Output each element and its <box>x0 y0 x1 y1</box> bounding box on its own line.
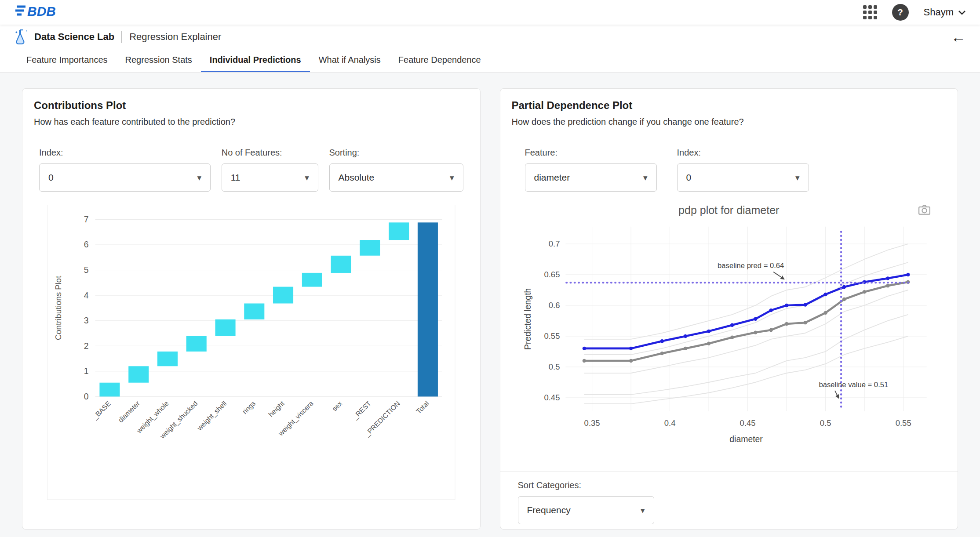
contributions-header: Contributions Plot How has each feature … <box>22 89 480 136</box>
svg-text:1: 1 <box>84 366 89 376</box>
svg-text:diameter: diameter <box>729 434 763 444</box>
svg-text:2: 2 <box>84 341 89 351</box>
user-name: Shaym <box>924 7 954 18</box>
top-navbar: BDB ? Shaym <box>0 0 980 25</box>
select-value: diameter <box>534 172 570 183</box>
index-select[interactable]: 0 ▾ <box>39 163 211 192</box>
svg-text:Predicted length: Predicted length <box>522 288 532 350</box>
tab-what-if-analysis[interactable]: What if Analysis <box>310 49 390 72</box>
page-title: Regression Explainer <box>129 31 221 43</box>
control-label: Sort Categories: <box>518 480 654 490</box>
control-label: Index: <box>677 148 809 158</box>
svg-text:Contributions Plot: Contributions Plot <box>54 276 63 340</box>
app-header: Data Science Lab Regression Explainer ← <box>0 25 980 49</box>
bdb-logo[interactable]: BDB <box>14 3 80 22</box>
svg-text:4: 4 <box>84 290 89 300</box>
camera-icon[interactable] <box>918 205 930 217</box>
svg-text:baseline value = 0.51: baseline value = 0.51 <box>819 381 888 389</box>
svg-text:BDB: BDB <box>27 4 56 18</box>
pdp-header: Partial Dependence Plot How does the pre… <box>500 89 958 136</box>
svg-text:baseline pred = 0.64: baseline pred = 0.64 <box>718 261 784 270</box>
svg-text:7: 7 <box>84 214 89 224</box>
chevron-down-icon: ▾ <box>795 173 800 183</box>
chevron-down-icon <box>958 10 966 15</box>
num-features-select[interactable]: 11 ▾ <box>222 163 318 192</box>
pdp-panel: Partial Dependence Plot How does the pre… <box>500 88 958 530</box>
chevron-down-icon: ▾ <box>643 173 648 183</box>
feature-select[interactable]: diameter ▾ <box>525 163 657 192</box>
pdp-index-select[interactable]: 0 ▾ <box>677 163 809 192</box>
sort-categories-section: Sort Categories: Frequency ▾ <box>500 471 958 530</box>
tab-individual-predictions[interactable]: Individual Predictions <box>201 49 310 72</box>
panel-title: Contributions Plot <box>34 99 469 112</box>
tab-feature-dependence[interactable]: Feature Dependence <box>390 49 490 72</box>
num-features-control: No of Features: 11 ▾ <box>222 148 318 192</box>
index-control: Index: 0 ▾ <box>39 148 211 192</box>
panel-subtitle: How does the prediction change if you ch… <box>512 117 947 127</box>
pdp-title-row: pdp plot for diameter <box>500 204 958 217</box>
contributions-panel: Contributions Plot How has each feature … <box>22 88 481 530</box>
user-menu[interactable]: Shaym <box>924 7 966 18</box>
panel-title: Partial Dependence Plot <box>512 99 947 112</box>
svg-text:0.45: 0.45 <box>740 418 755 428</box>
apps-grid-icon[interactable] <box>863 5 877 19</box>
tab-feature-importances[interactable]: Feature Importances <box>18 49 117 72</box>
svg-text:0: 0 <box>84 392 89 401</box>
select-value: Absolute <box>339 172 375 183</box>
svg-text:3: 3 <box>84 316 89 325</box>
pdp-line-chart[interactable]: 0.450.50.550.60.650.70.350.40.450.50.55b… <box>514 220 945 464</box>
back-button[interactable]: ← <box>951 29 966 44</box>
svg-text:0.35: 0.35 <box>584 418 600 428</box>
chart-title: pdp plot for diameter <box>678 204 779 217</box>
svg-text:0.45: 0.45 <box>544 393 560 402</box>
contributions-controls: Index: 0 ▾ No of Features: 11 ▾ Sorting:… <box>22 136 480 195</box>
tab-regression-stats[interactable]: Regression Stats <box>117 49 201 72</box>
chevron-down-icon: ▾ <box>450 173 454 183</box>
chevron-down-icon: ▾ <box>197 173 201 183</box>
control-label: Index: <box>39 148 211 158</box>
feature-control: Feature: diameter ▾ <box>525 148 657 192</box>
panel-subtitle: How has each feature contributed to the … <box>34 117 469 127</box>
sorting-select[interactable]: Absolute ▾ <box>329 163 463 192</box>
divider <box>121 31 122 43</box>
svg-text:0.55: 0.55 <box>544 331 560 341</box>
svg-text:0.4: 0.4 <box>664 418 675 428</box>
svg-text:0.6: 0.6 <box>548 301 560 310</box>
data-science-lab-icon <box>14 29 29 45</box>
sort-categories-select[interactable]: Frequency ▾ <box>518 496 654 524</box>
main-content: Contributions Plot How has each feature … <box>0 73 980 530</box>
svg-text:0.55: 0.55 <box>895 418 911 428</box>
svg-text:0.7: 0.7 <box>548 239 560 248</box>
pdp-controls: Feature: diameter ▾ Index: 0 ▾ <box>500 136 958 195</box>
control-label: Sorting: <box>329 148 463 158</box>
svg-text:0.5: 0.5 <box>820 418 831 428</box>
sorting-control: Sorting: Absolute ▾ <box>329 148 463 192</box>
pdp-index-control: Index: 0 ▾ <box>677 148 809 192</box>
chevron-down-icon: ▾ <box>641 505 645 515</box>
select-value: Frequency <box>527 505 571 515</box>
sort-categories-control: Sort Categories: Frequency ▾ <box>518 480 654 524</box>
contributions-waterfall-chart[interactable]: 01234567_BASEdiameterweight_wholeweight_… <box>47 205 455 500</box>
control-label: No of Features: <box>222 148 318 158</box>
select-value: 0 <box>48 172 54 183</box>
svg-text:6: 6 <box>84 239 89 249</box>
select-value: 0 <box>686 172 692 183</box>
app-name: Data Science Lab <box>34 31 114 43</box>
svg-text:5: 5 <box>84 265 89 275</box>
help-icon[interactable]: ? <box>892 4 909 21</box>
svg-text:0.65: 0.65 <box>544 270 560 279</box>
select-value: 11 <box>231 172 240 183</box>
control-label: Feature: <box>525 148 657 158</box>
svg-text:0.5: 0.5 <box>548 362 560 371</box>
tab-bar: Feature Importances Regression Stats Ind… <box>0 49 980 73</box>
chevron-down-icon: ▾ <box>305 173 309 183</box>
